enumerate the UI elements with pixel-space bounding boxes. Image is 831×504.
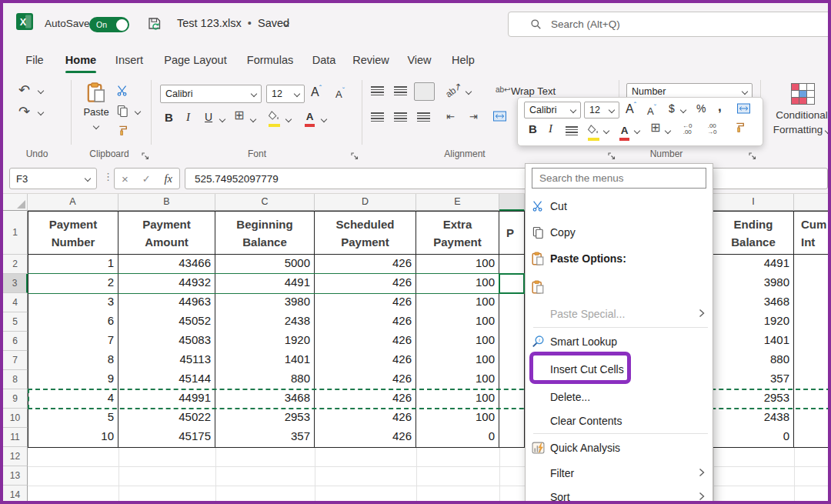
cell-F3[interactable] — [499, 274, 525, 294]
header-cell-A1[interactable]: PaymentNumber — [28, 211, 118, 255]
italic-button[interactable]: I — [186, 111, 190, 124]
redo-icon[interactable]: ↷ — [18, 103, 30, 119]
fill-color-icon[interactable] — [587, 123, 599, 141]
cell-A2[interactable]: 1 — [28, 255, 118, 275]
cell-C8[interactable]: 880 — [215, 370, 315, 390]
header-cell-F1[interactable]: P — [499, 211, 525, 255]
cell-C3[interactable]: 4491 — [215, 274, 315, 294]
cell-J7[interactable] — [794, 351, 831, 371]
header-cell-J1[interactable]: CumInt — [794, 211, 831, 255]
header-cell-D1[interactable]: ScheduledPayment — [315, 211, 416, 255]
column-header-J[interactable] — [794, 194, 831, 211]
cell-J9[interactable] — [794, 389, 831, 409]
row-header-6[interactable]: 6 — [3, 332, 28, 351]
cell-F7[interactable] — [499, 351, 525, 371]
cell-I2[interactable]: 4491 — [713, 255, 794, 275]
cell-J11[interactable] — [794, 428, 831, 448]
cell-E11[interactable]: 0 — [416, 428, 499, 448]
font-size-combo[interactable]: 12 — [266, 85, 305, 103]
orientation-icon[interactable]: ab↗ — [443, 80, 464, 99]
autosave-toggle[interactable]: On — [89, 17, 129, 32]
cell-D6[interactable]: 426 — [315, 332, 416, 352]
cell-I10[interactable]: 2438 — [713, 409, 794, 429]
cell-J2[interactable] — [794, 255, 831, 275]
cell-D4[interactable]: 426 — [315, 293, 416, 313]
cell-F4[interactable] — [499, 293, 525, 313]
chevron-down-icon[interactable] — [219, 116, 225, 122]
tab-home[interactable]: Home — [63, 46, 98, 74]
select-all-corner[interactable] — [3, 194, 28, 211]
menu-item-clear-contents[interactable]: Clear Contents — [526, 409, 713, 432]
insert-function-icon[interactable]: fx — [165, 172, 172, 185]
cell-D11[interactable]: 426 — [315, 428, 416, 448]
tab-view[interactable]: View — [403, 46, 436, 74]
cell-D8[interactable]: 426 — [315, 370, 416, 390]
cell-A10[interactable]: 5 — [28, 409, 118, 429]
menu-item-delete[interactable]: Delete... — [526, 385, 713, 409]
cell-C11[interactable]: 357 — [215, 428, 315, 448]
cell-E10[interactable]: 100 — [416, 409, 499, 429]
cell-J10[interactable] — [794, 409, 831, 429]
formula-bar-options-icon[interactable]: ⋮ — [103, 171, 113, 182]
format-painter-button[interactable] — [118, 125, 129, 139]
cell-D5[interactable]: 426 — [315, 312, 416, 332]
menu-item-paste-keep-source[interactable] — [526, 273, 713, 301]
chevron-down-icon[interactable] — [634, 128, 640, 134]
row-header-13[interactable]: 13 — [3, 466, 28, 486]
cell-E8[interactable]: 100 — [416, 370, 499, 390]
cell-C6[interactable]: 1920 — [215, 332, 315, 352]
cell-C9[interactable]: 3468 — [215, 389, 315, 409]
column-header-A[interactable]: A — [28, 194, 118, 211]
chevron-down-icon[interactable] — [135, 108, 141, 115]
cell-A3[interactable]: 2 — [28, 274, 118, 294]
cell-E2[interactable]: 100 — [416, 255, 499, 275]
cell-D9[interactable]: 426 — [315, 389, 416, 409]
header-cell-B1[interactable]: PaymentAmount — [118, 211, 215, 255]
cell-A4[interactable]: 3 — [28, 293, 118, 313]
save-sync-icon[interactable] — [147, 16, 162, 34]
cell-E3[interactable]: 100 — [416, 274, 499, 294]
row-header-2[interactable]: 2 — [3, 255, 28, 274]
cell-I7[interactable]: 880 — [713, 351, 794, 371]
cell-F5[interactable] — [499, 312, 525, 332]
header-cell-I1[interactable]: EndingBalance — [713, 211, 794, 255]
enter-icon[interactable]: ✓ — [142, 173, 151, 185]
cell-E9[interactable]: 100 — [416, 389, 499, 409]
cell-A7[interactable]: 8 — [28, 351, 118, 371]
cell-E7[interactable]: 100 — [416, 351, 499, 371]
decrease-font-size-icon[interactable]: Aˇ — [647, 104, 656, 117]
name-box[interactable]: F3 — [9, 168, 97, 189]
chevron-down-icon[interactable] — [38, 109, 44, 115]
cell-A5[interactable]: 6 — [28, 312, 118, 332]
font-color-icon[interactable]: A — [305, 109, 315, 127]
comma-format-icon[interactable]: , — [718, 99, 722, 115]
cell-F9[interactable] — [499, 389, 525, 409]
menu-item-cut[interactable]: Cut — [526, 193, 713, 219]
alignment-dialog-launcher-icon[interactable] — [608, 149, 616, 163]
cancel-icon[interactable]: × — [122, 172, 128, 185]
paste-button[interactable]: Paste — [78, 82, 114, 132]
bold-button[interactable]: B — [529, 122, 537, 135]
row-header-11[interactable]: 11 — [3, 428, 28, 447]
row-header-10[interactable]: 10 — [3, 409, 28, 428]
fill-color-icon[interactable] — [268, 109, 280, 127]
chevron-down-icon[interactable] — [38, 88, 44, 94]
merge-center-icon[interactable] — [492, 111, 507, 125]
cell-J5[interactable] — [794, 312, 831, 332]
menu-item-sort[interactable]: Sort — [526, 486, 713, 504]
cell-E5[interactable]: 100 — [416, 312, 499, 332]
align-middle-icon[interactable] — [394, 86, 407, 95]
cell-J6[interactable] — [794, 332, 831, 352]
cell-C4[interactable]: 3980 — [215, 293, 315, 313]
cell-A6[interactable]: 7 — [28, 332, 118, 352]
tab-formulas[interactable]: Formulas — [246, 46, 294, 74]
cell-C5[interactable]: 2438 — [215, 312, 315, 332]
copy-button[interactable] — [117, 105, 128, 121]
align-left-icon[interactable] — [371, 112, 384, 122]
row-header-1[interactable]: 1 — [3, 211, 28, 255]
tab-data[interactable]: Data — [308, 46, 340, 74]
column-header-D[interactable]: D — [315, 194, 416, 211]
chevron-down-icon[interactable] — [680, 107, 686, 113]
column-header-E[interactable]: E — [416, 194, 499, 211]
cell-A9[interactable]: 4 — [28, 389, 118, 409]
